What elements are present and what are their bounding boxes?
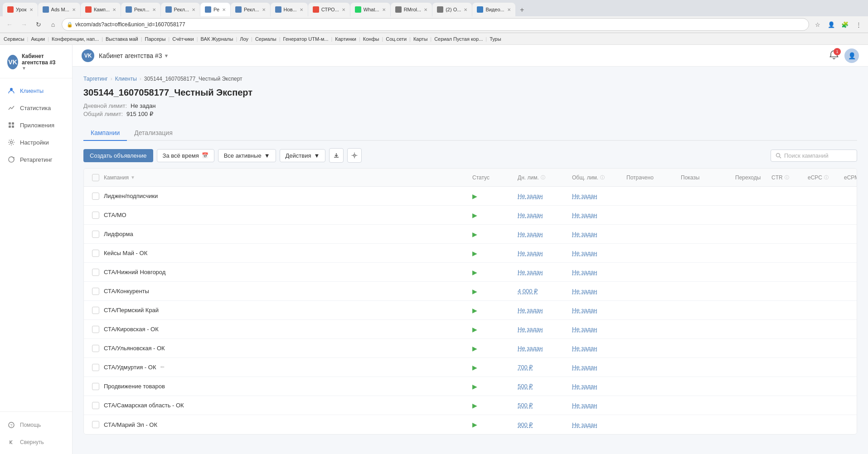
extensions-button[interactable]: 🧩 [839,19,851,30]
status-play-0[interactable]: ▶ [472,193,518,200]
row-daily-limit-4[interactable]: Не задан [518,269,572,275]
browser-tab-5[interactable]: Рекл... ✕ [161,3,200,16]
row-checkbox-11[interactable] [87,402,104,409]
bookmark-serial-pust[interactable]: Сериал Пустая кор... [434,36,483,42]
breadcrumb-targeting[interactable]: Таргетинг [83,76,108,82]
bookmark-schetchiki[interactable]: Счётчики [172,36,194,42]
row-total-limit-6[interactable]: Не задан [572,307,626,314]
tab-campaigns[interactable]: Кампании [83,126,127,141]
browser-tab-7[interactable]: Рекл... ✕ [231,3,270,16]
row-total-limit-3[interactable]: Не задан [572,250,626,256]
home-button[interactable]: ⌂ [47,19,59,30]
browser-tab-13[interactable]: Видео... ✕ [472,3,515,16]
row-daily-limit-3[interactable]: Не задан [518,250,572,256]
row-checkbox-12[interactable] [87,421,104,428]
bookmark-vystavka[interactable]: Выставка май [106,36,138,42]
cabinet-name[interactable]: Кабинет агентства #3 [22,53,65,66]
row-daily-limit-8[interactable]: Не задан [518,345,572,352]
tab-close-5[interactable]: ✕ [192,7,195,12]
tab-close-4[interactable]: ✕ [152,7,156,12]
row-total-limit-1[interactable]: Не задан [572,212,626,218]
checkbox-2[interactable] [92,231,99,238]
campaign-name-8[interactable]: СТА/Ульяновская - ОК [104,345,472,352]
row-checkbox-9[interactable] [87,364,104,371]
campaign-name-0[interactable]: Лиджен/подписчики [104,193,472,199]
checkbox-9[interactable] [92,364,99,371]
browser-tab-8[interactable]: Нов... ✕ [271,3,308,16]
bookmark-akcii[interactable]: Акции [31,36,45,42]
row-total-limit-12[interactable]: Не задан [572,421,626,428]
campaign-name-10[interactable]: Продвижение товаров [104,383,472,390]
row-checkbox-8[interactable] [87,345,104,352]
checkbox-3[interactable] [92,250,99,257]
filter-button[interactable]: Все активные ▼ [218,149,276,162]
campaign-name-2[interactable]: Лидформа [104,231,472,237]
bookmark-lou[interactable]: Лоу [240,36,248,42]
tab-close-3[interactable]: ✕ [112,7,116,12]
row-total-limit-4[interactable]: Не задан [572,269,626,275]
browser-tab-3[interactable]: Камп... ✕ [81,3,121,16]
tab-close-7[interactable]: ✕ [262,7,266,12]
sidebar-item-retargeting[interactable]: Ретаргетинг [0,151,72,168]
tab-close-1[interactable]: ✕ [29,7,33,12]
browser-tab-11[interactable]: RMrol... ✕ [391,3,432,16]
row-total-limit-8[interactable]: Не задан [572,345,626,352]
row-daily-limit-11[interactable]: 500 ₽ [518,402,572,409]
row-daily-limit-2[interactable]: Не задан [518,231,572,237]
checkbox-5[interactable] [92,288,99,295]
sidebar-item-statistics[interactable]: Статистика [0,99,72,116]
refresh-button[interactable]: ↻ [33,19,44,30]
row-daily-limit-12[interactable]: 900 ₽ [518,421,572,428]
bookmark-utm[interactable]: Генератор UTM-м... [283,36,329,42]
status-play-4[interactable]: ▶ [472,269,518,276]
checkbox-12[interactable] [92,421,99,428]
row-total-limit-2[interactable]: Не задан [572,231,626,237]
ecpc-info-icon[interactable]: ⓘ [824,174,829,181]
row-checkbox-7[interactable] [87,326,104,333]
search-input[interactable] [784,152,852,159]
status-play-6[interactable]: ▶ [472,307,518,314]
row-checkbox-5[interactable] [87,288,104,295]
campaign-name-11[interactable]: СТА/Самарская область - ОК [104,402,472,409]
row-daily-limit-1[interactable]: Не задан [518,212,572,218]
browser-tab-4[interactable]: Рекл... ✕ [121,3,160,16]
row-daily-limit-5[interactable]: 4 000 ₽ [518,288,572,295]
row-daily-limit-10[interactable]: 500 ₽ [518,383,572,390]
row-checkbox-3[interactable] [87,250,104,257]
bookmark-tury[interactable]: Туры [490,36,501,42]
status-play-5[interactable]: ▶ [472,288,518,295]
tab-close-2[interactable]: ✕ [72,7,76,12]
row-daily-limit-0[interactable]: Не задан [518,193,572,199]
row-total-limit-9[interactable]: Не задан [572,364,626,371]
campaign-name-9[interactable]: СТА/Удмуртия - ОК✏ [104,364,472,371]
sidebar-item-settings[interactable]: Настройки [0,134,72,151]
breadcrumb-clients[interactable]: Клиенты [115,76,137,82]
tab-close-6[interactable]: ✕ [222,7,226,12]
row-total-limit-7[interactable]: Не задан [572,326,626,333]
status-play-2[interactable]: ▶ [472,231,518,238]
row-total-limit-0[interactable]: Не задан [572,193,626,199]
bookmark-konferencii[interactable]: Конференции, нап... [52,36,99,42]
status-play-12[interactable]: ▶ [472,421,518,428]
campaign-name-4[interactable]: СТА/Нижний Новгород [104,269,472,275]
checkbox-10[interactable] [92,383,99,390]
forward-button[interactable]: → [18,19,30,30]
search-box[interactable] [771,150,857,162]
bookmark-konfy[interactable]: Конфы [363,36,379,42]
bookmark-servisy[interactable]: Сервисы [4,36,24,42]
checkbox-4[interactable] [92,269,99,276]
row-daily-limit-7[interactable]: Не задан [518,326,572,333]
ctr-info-icon[interactable]: ⓘ [785,174,789,181]
browser-tab-1[interactable]: Урок ✕ [3,3,38,16]
browser-menu-button[interactable]: ⋮ [853,19,864,30]
browser-tab-2[interactable]: Ads М... ✕ [38,3,80,16]
profile-button[interactable]: 👤 [825,19,837,30]
status-play-8[interactable]: ▶ [472,345,518,352]
status-play-9[interactable]: ▶ [472,364,518,371]
row-checkbox-2[interactable] [87,231,104,238]
edit-icon[interactable]: ✏ [160,364,165,370]
sidebar-item-collapse[interactable]: Свернуть [0,434,72,451]
browser-tab-6[interactable]: Ре ✕ [200,3,230,16]
daily-limit-info-icon[interactable]: ⓘ [541,174,545,181]
tab-close-13[interactable]: ✕ [507,7,511,12]
